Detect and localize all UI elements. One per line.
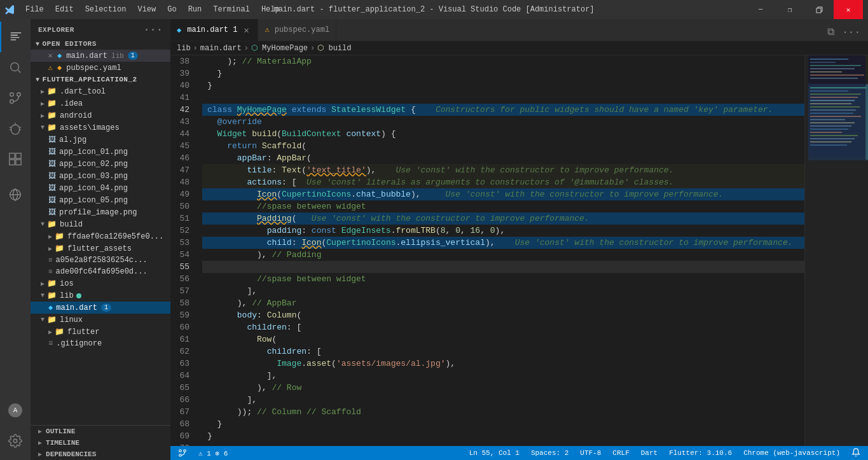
activity-explorer[interactable] (0, 22, 31, 52)
tree-a05e[interactable]: ≡ a05e2a8f25836254c... (31, 254, 170, 266)
tree-ffdaef[interactable]: ▶ 📁 ffdaef0ca1269e5fe0... (31, 230, 170, 242)
status-language[interactable]: Dart (638, 449, 660, 457)
timeline-section-header[interactable]: ▶ TIMELINE (31, 437, 170, 449)
breadcrumb-class[interactable]: ⬡ MyHomePage (251, 43, 308, 53)
activity-source-control[interactable] (0, 83, 31, 113)
svg-rect-5 (10, 153, 15, 158)
activity-debug[interactable] (0, 113, 31, 144)
tree-ade00[interactable]: ≡ ade00fc64fa695e0d... (31, 266, 170, 277)
code-line-41 (202, 92, 804, 104)
tree-assets-images[interactable]: ▼ 📁 assets\images (31, 122, 170, 134)
tree-profile-image[interactable]: 🖼 profile_image.png (31, 206, 170, 218)
tree-main-dart[interactable]: ◆ main.dart 1 (31, 302, 170, 314)
code-editor[interactable]: ); // MaterialApp } } class MyHomePage e… (202, 55, 804, 446)
tree-app-icon-05[interactable]: 🖼 app_icon_05.png (31, 194, 170, 206)
close-button[interactable]: ✕ (834, 0, 863, 19)
svg-rect-8 (16, 160, 21, 165)
explorer-more-button[interactable]: ··· (144, 24, 163, 36)
tree-build[interactable]: ▼ 📁 build (31, 218, 170, 230)
tree-ios[interactable]: ▶ 📁 ios (31, 277, 170, 289)
svg-rect-15 (810, 68, 855, 69)
tab-main-dart[interactable]: ◆ main.dart 1 ✕ (170, 19, 258, 41)
minimize-button[interactable]: ─ (746, 0, 775, 19)
tree-idea[interactable]: ▶ 📁 .idea (31, 97, 170, 109)
title-bar: File Edit Selection View Go Run Terminal… (0, 0, 868, 19)
breadcrumb-method[interactable]: ⬡ build (317, 43, 351, 53)
linux-chevron: ▼ (41, 316, 45, 323)
svg-rect-38 (810, 144, 847, 146)
status-notifications[interactable] (849, 448, 863, 459)
tab-main-dart-close[interactable]: ✕ (241, 25, 251, 35)
menu-view[interactable]: View (132, 4, 161, 15)
split-editor-button[interactable]: ⧉ (825, 24, 837, 41)
tree-gitignore[interactable]: ≡ .gitignore (31, 338, 170, 349)
breadcrumb-lib[interactable]: lib (177, 44, 191, 53)
folder-icon: 📁 (47, 291, 57, 300)
svg-rect-21 (810, 90, 848, 92)
deps-section-header[interactable]: ▶ DEPENDENCIES (31, 449, 170, 460)
line-58: 58 (170, 297, 196, 309)
tree-al-jpg[interactable]: 🖼 al.jpg (31, 134, 170, 146)
breadcrumb-file[interactable]: main.dart (200, 44, 242, 53)
svg-rect-12 (810, 59, 848, 60)
dart-icon: ◆ (48, 303, 53, 312)
tree-app-icon-02[interactable]: 🖼 app_icon_02.png (31, 158, 170, 170)
code-line-65: ), // Row (202, 382, 804, 394)
status-browser[interactable]: Chrome (web-javascript) (741, 449, 843, 457)
open-editors-section: ▼ OPEN EDITORS ✕ ◆ main.dart lib 1 ⚠ ◆ p… (31, 38, 170, 74)
tree-lib[interactable]: ▼ 📁 lib (31, 289, 170, 302)
outline-section-header[interactable]: ▶ OUTLINE (31, 426, 170, 437)
restore-button[interactable] (804, 0, 834, 19)
activity-settings[interactable] (0, 426, 31, 456)
build-chevron: ▼ (41, 221, 45, 228)
open-editors-header[interactable]: ▼ OPEN EDITORS (31, 38, 170, 50)
activity-search[interactable] (0, 52, 31, 83)
menu-terminal[interactable]: Terminal (208, 4, 255, 15)
menu-go[interactable]: Go (162, 4, 181, 15)
status-encoding[interactable]: UTF-8 (577, 449, 603, 457)
menu-file[interactable]: File (20, 4, 49, 15)
line-61: 61 (170, 333, 196, 345)
tree-app-icon-03[interactable]: 🖼 app_icon_03.png (31, 170, 170, 182)
tree-flutter[interactable]: ▶ 📁 flutter (31, 326, 170, 338)
tab-dart-icon: ◆ (177, 25, 181, 35)
line-53: 53 (170, 237, 196, 249)
title-bar-left: File Edit Selection View Go Run Terminal… (5, 4, 285, 15)
linux-label: linux (60, 316, 83, 324)
status-line-ending[interactable]: CRLF (610, 449, 631, 457)
tree-dart-tool[interactable]: ▶ 📁 .dart_tool (31, 85, 170, 97)
tree-android[interactable]: ▶ 📁 android (31, 109, 170, 122)
status-flutter[interactable]: Flutter: 3.10.6 (666, 449, 734, 457)
tree-app-icon-04[interactable]: 🖼 app_icon_04.png (31, 182, 170, 194)
close-main-dart-icon[interactable]: ✕ (46, 52, 55, 60)
breadcrumb-sep-1: › (193, 44, 198, 53)
activity-avatar[interactable]: A (0, 395, 31, 426)
menu-edit[interactable]: Edit (50, 4, 79, 15)
png-icon: 🖼 (48, 159, 56, 169)
menu-run[interactable]: Run (183, 4, 207, 15)
tree-flutter-assets[interactable]: ▶ 📁 flutter_assets (31, 242, 170, 254)
tab-pubspec-label: pubspec.yaml (275, 25, 329, 34)
menu-selection[interactable]: Selection (80, 4, 132, 15)
tabs-bar: ◆ main.dart 1 ✕ ⚠ pubspec.yaml ⧉ ··· (170, 19, 868, 41)
status-git[interactable] (176, 449, 189, 457)
svg-rect-35 (810, 135, 858, 136)
activity-remote[interactable] (0, 179, 31, 210)
file-explorer: ▼ FLUTTER_APPLICATION_2 ▶ 📁 .dart_tool ▶… (31, 74, 170, 425)
open-editor-pubspec[interactable]: ⚠ ◆ pubspec.yaml (31, 62, 170, 74)
more-actions-button[interactable]: ··· (839, 24, 863, 41)
open-editor-main-dart[interactable]: ✕ ◆ main.dart lib 1 (31, 50, 170, 62)
outline-label: OUTLINE (46, 428, 75, 435)
tree-app-icon-01[interactable]: 🖼 app_icon_01.png (31, 146, 170, 158)
activity-extensions[interactable] (0, 144, 31, 174)
flutter-app-header[interactable]: ▼ FLUTTER_APPLICATION_2 (31, 74, 170, 85)
status-ln-col[interactable]: Ln 55, Col 1 (467, 449, 522, 457)
line-60: 60 (170, 321, 196, 333)
status-errors[interactable]: ⚠ 1 ⊗ 6 (196, 449, 230, 457)
svg-point-2 (10, 93, 14, 97)
tree-linux[interactable]: ▼ 📁 linux (31, 314, 170, 326)
code-line-47: title: Text('text_title'), Use 'const' w… (202, 164, 804, 176)
maximize-button[interactable]: ❐ (775, 0, 804, 19)
tab-pubspec[interactable]: ⚠ pubspec.yaml (258, 19, 336, 41)
status-spaces[interactable]: Spaces: 2 (528, 449, 571, 457)
